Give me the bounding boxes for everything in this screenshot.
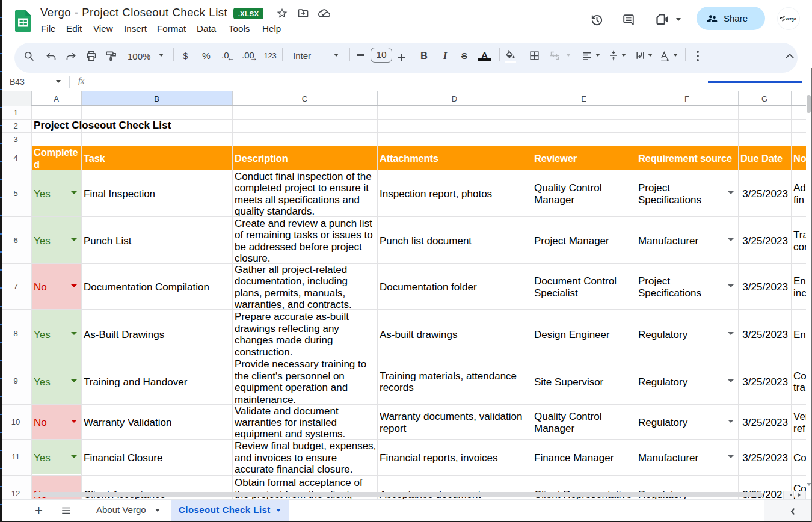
svg-text:vergo: vergo bbox=[786, 17, 796, 22]
